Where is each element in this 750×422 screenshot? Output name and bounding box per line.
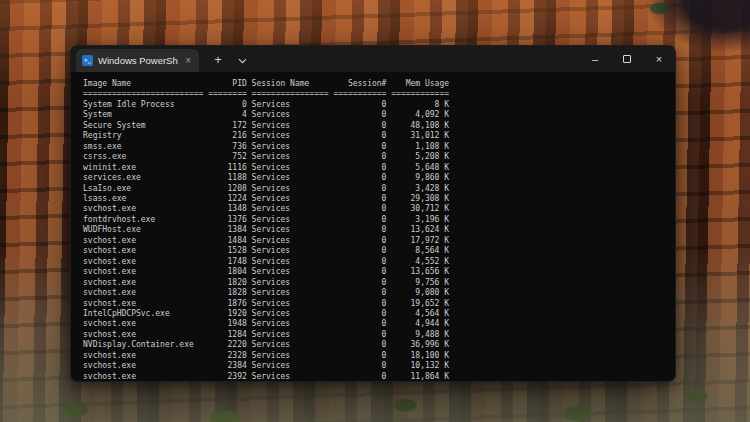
minimize-button[interactable]: – [579, 46, 611, 72]
desktop: >_ Windows PowerShell × + – × Image Name [0, 0, 750, 422]
tab-windows-powershell[interactable]: >_ Windows PowerShell × [76, 49, 199, 72]
terminal-window: >_ Windows PowerShell × + – × Image Name [70, 45, 676, 382]
titlebar[interactable]: >_ Windows PowerShell × + – × [71, 46, 675, 72]
powershell-icon: >_ [82, 55, 93, 66]
window-controls: – × [579, 46, 675, 72]
tab-dropdown-button[interactable] [231, 46, 253, 72]
chevron-down-icon [238, 50, 247, 68]
maximize-icon [623, 55, 631, 63]
new-tab-button[interactable]: + [205, 46, 231, 72]
close-button[interactable]: × [643, 46, 675, 72]
maximize-button[interactable] [611, 46, 643, 72]
terminal-output[interactable]: Image Name PID Session Name Session# Mem… [71, 72, 675, 382]
tab-close-icon[interactable]: × [183, 55, 193, 66]
tab-title: Windows PowerShell [98, 55, 178, 66]
